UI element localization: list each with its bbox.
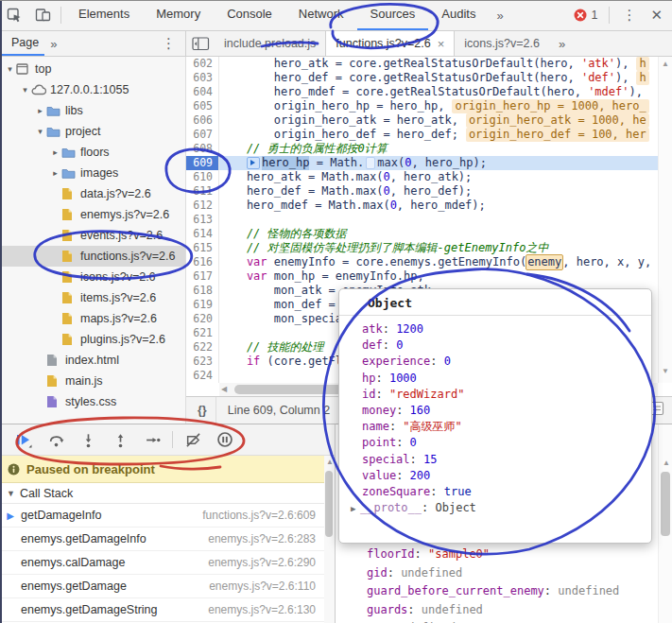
file-tab[interactable]: include.preload.js: [215, 31, 325, 56]
more-file-tabs-chevron[interactable]: »: [549, 31, 575, 56]
line-number[interactable]: 603: [186, 71, 218, 85]
expand-arrow-icon[interactable]: ▶: [351, 501, 360, 517]
code-line[interactable]: origin_hero_def = hero_def;origin_hero_d…: [219, 128, 658, 142]
line-number[interactable]: 613: [186, 213, 218, 227]
code-line[interactable]: var enemyInfo = core.enemys.getEnemyInfo…: [219, 255, 658, 269]
tree-item-data-js-v-2-6[interactable]: data.js?v=2.6: [0, 183, 185, 204]
tree-item-events-js-v-2-6[interactable]: events.js?v=2.6: [0, 225, 185, 246]
line-number[interactable]: 612: [186, 199, 218, 213]
tree-item-index-html[interactable]: index.html: [0, 350, 185, 371]
scroll-up-arrow[interactable]: ▲: [660, 459, 672, 467]
scroll-up-arrow[interactable]: ▲: [659, 60, 672, 68]
step-over-button[interactable]: [40, 427, 72, 452]
code-line[interactable]: origin_hero_atk = hero_atk,origin_hero_a…: [219, 113, 658, 128]
scope-prop[interactable]: gx: undefined: [336, 619, 658, 623]
panel-tab-audits[interactable]: Audits: [428, 0, 489, 30]
line-number[interactable]: 611: [186, 184, 218, 199]
tree-item-icons-js-v-2-6[interactable]: icons.js?v=2.6: [0, 267, 185, 287]
tree-item-plugins-js-v-2-6[interactable]: plugins.js?v=2.6: [0, 329, 185, 350]
line-number[interactable]: 622: [186, 340, 218, 355]
callstack-frame[interactable]: enemys.calDamageenemys.js?v=2.6:290: [0, 551, 325, 575]
callstack-frame[interactable]: enemys.getDamageenemys.js?v=2.6:110: [0, 575, 325, 598]
line-number[interactable]: 620: [186, 312, 218, 326]
panel-tab-memory[interactable]: Memory: [143, 0, 214, 30]
tree-item-main-js[interactable]: main.js: [0, 371, 185, 391]
step-button[interactable]: [136, 427, 168, 452]
object-prop[interactable]: experience: 0: [362, 354, 651, 370]
line-number[interactable]: 619: [186, 298, 218, 312]
deactivate-breakpoints-button[interactable]: [177, 427, 209, 452]
code-line[interactable]: hero_atk = core.getRealStatusOrDefault(h…: [219, 57, 658, 71]
line-number[interactable]: 615: [186, 241, 218, 255]
code-line[interactable]: hero_atk = Math.max(0, hero_atk);: [219, 170, 658, 184]
hide-navigator-icon[interactable]: [186, 31, 215, 56]
navigator-menu-icon[interactable]: ⋮: [152, 35, 185, 52]
code-line[interactable]: hero_hp = Math.max(0, hero_hp);: [219, 156, 658, 170]
step-into-button[interactable]: [72, 427, 104, 452]
tree-item-styles-css[interactable]: styles.css: [0, 391, 185, 412]
line-number[interactable]: 610: [186, 170, 218, 184]
line-number[interactable]: 608: [186, 142, 218, 156]
line-number[interactable]: 605: [186, 99, 218, 113]
panel-tab-sources[interactable]: Sources: [357, 0, 429, 30]
tree-expanded-arrow-icon[interactable]: ▾: [34, 127, 46, 136]
object-prop[interactable]: hp: 1000: [362, 371, 651, 387]
tree-expanded-arrow-icon[interactable]: ▾: [4, 64, 16, 74]
object-prop[interactable]: def: 0: [362, 337, 651, 354]
callstack-frame[interactable]: enemys.getDamageInfoenemys.js?v=2.6:283: [0, 528, 325, 551]
line-number[interactable]: 621: [186, 326, 218, 340]
more-panels-chevron[interactable]: »: [489, 9, 510, 23]
object-prop[interactable]: value: 200: [362, 468, 651, 484]
line-number[interactable]: 606: [186, 113, 218, 128]
tree-item-floors[interactable]: ▸floors: [0, 142, 185, 163]
code-line[interactable]: hero_def = core.getRealStatusOrDefault(h…: [219, 71, 658, 85]
sidebar-scrollbar[interactable]: ▲: [324, 456, 335, 623]
object-prop[interactable]: zoneSquare: true: [362, 484, 651, 500]
resume-script-button[interactable]: [8, 427, 40, 452]
continue-to-here-marker[interactable]: [366, 157, 375, 169]
panel-tab-network[interactable]: Network: [285, 0, 357, 30]
tree-item-127-0-0-1-1055[interactable]: ▾127.0.0.1:1055: [0, 79, 185, 100]
line-number-gutter[interactable]: 6026036046056066076086096106116126136146…: [186, 57, 219, 383]
tree-collapsed-arrow-icon[interactable]: ▸: [49, 147, 61, 157]
tree-item-images[interactable]: ▸images: [0, 163, 185, 183]
tree-expanded-arrow-icon[interactable]: ▾: [19, 85, 31, 95]
close-devtools-icon[interactable]: ✕: [645, 7, 672, 24]
callstack-frame[interactable]: enemys.getDamageStringenemys.js?v=2.6:13…: [0, 598, 325, 622]
line-number[interactable]: 617: [186, 269, 218, 284]
object-prop[interactable]: atk: 1200: [362, 321, 651, 337]
close-tab-icon[interactable]: ×: [438, 37, 445, 51]
scroll-thumb[interactable]: [325, 471, 333, 537]
code-line[interactable]: hero_def = Math.max(0, hero_def);: [219, 184, 658, 199]
line-number[interactable]: 602: [186, 57, 218, 71]
tree-item-project[interactable]: ▾project: [0, 121, 185, 142]
scroll-left-arrow[interactable]: ◀: [221, 385, 227, 394]
horizontal-scroll-thumb[interactable]: [234, 385, 346, 394]
scroll-up-arrow[interactable]: ▲: [323, 458, 336, 466]
execution-position-marker[interactable]: [247, 157, 260, 169]
step-out-button[interactable]: [104, 427, 136, 452]
scope-prop[interactable]: guard_before_current_enemy: undefined: [336, 582, 658, 601]
file-tab[interactable]: icons.js?v=2.6: [455, 31, 549, 56]
inspect-element-icon[interactable]: [0, 2, 28, 28]
line-number[interactable]: 609: [186, 156, 218, 170]
tab-page[interactable]: Page: [0, 31, 44, 56]
object-prop[interactable]: money: 160: [362, 403, 651, 419]
scope-prop[interactable]: gid: undefined: [336, 564, 658, 583]
code-line[interactable]: hero_mdef = core.getRealStatusOrDefault(…: [219, 85, 658, 99]
code-line[interactable]: hero_mdef = Math.max(0, hero_mdef);: [219, 199, 658, 213]
scope-prop[interactable]: floorId: "sample0": [336, 545, 658, 564]
tree-item-enemys-js-v-2-6[interactable]: enemys.js?v=2.6: [0, 204, 185, 225]
call-stack-header[interactable]: ▼ Call Stack: [0, 483, 325, 504]
more-navigator-tabs-chevron[interactable]: »: [44, 37, 62, 51]
code-line[interactable]: // 对坚固模仿等处理扔到了脚本编辑-getEnemyInfo之中: [219, 241, 658, 255]
line-number[interactable]: 604: [186, 85, 218, 99]
error-count-badge[interactable]: 1: [574, 9, 597, 22]
line-number[interactable]: 616: [186, 255, 218, 269]
tree-collapsed-arrow-icon[interactable]: ▸: [34, 106, 46, 115]
object-prop[interactable]: special: 15: [362, 452, 651, 468]
line-number[interactable]: 607: [186, 128, 218, 142]
file-tab[interactable]: functions.js?v=2.6×: [325, 31, 455, 56]
scope-prop[interactable]: guards: undefined: [336, 601, 658, 620]
line-number[interactable]: 614: [186, 227, 218, 241]
